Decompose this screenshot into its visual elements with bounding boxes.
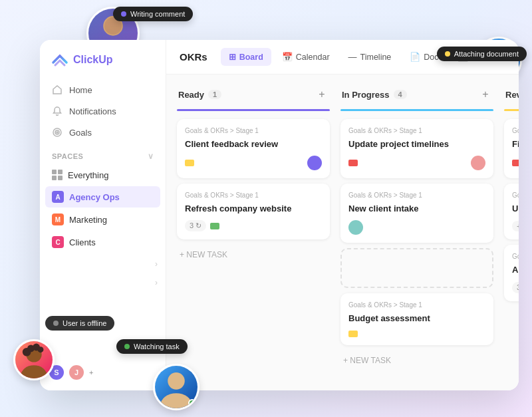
svg-point-14 [168,372,185,390]
tab-calendar[interactable]: 📅 Calendar [274,48,338,66]
column-inprogress-title-group: In Progress 4 [342,90,407,100]
everything-label: Everything [68,170,108,180]
home-icon [52,84,63,95]
board-tab-label: Board [239,53,263,62]
main-content: OKRs ⊞ Board 📅 Calendar — Timeline 📄 Doc [166,40,519,390]
badge-dot [121,11,126,17]
card-footer-2: 3 ↻ [185,220,322,231]
offline-label: User is offline [63,319,106,327]
sidebar: ClickUp Home Notifications [40,40,166,390]
clients-label: Clients [69,237,96,247]
card-title-7: Update crucial key objectives [512,203,519,215]
bell-icon [52,106,63,116]
expand-btn-2[interactable]: › [45,275,160,290]
action-chip-7: +4 ♥ [512,221,519,231]
column-inprogress-add[interactable]: + [479,88,492,101]
column-review: Review 1 ⊕ Goals & OKRs > Stage 1 Finali… [504,85,519,380]
expand-btn-1[interactable]: › [45,257,160,271]
card-budget[interactable]: Goals & OKRs > Stage 1 Budget assessment [340,293,493,345]
sidebar-item-marketing[interactable]: M Marketing [45,209,160,230]
agency-dot: A [52,191,64,203]
expand-icon[interactable]: ∨ [148,152,154,161]
column-review-title-group: Review 1 [505,90,519,100]
bottom-status-dot [188,399,196,407]
card-footer-3 [348,156,485,170]
card-title-2: Refresh company website [185,203,322,215]
doc-tab-icon: 📄 [410,52,420,62]
card-actions-2: 3 ↻ [185,220,219,231]
card-update-objectives[interactable]: Goals & OKRs > Stage 1 Update crucial ke… [504,184,519,239]
svg-point-9 [21,365,47,380]
card-breadcrumb-7: Goals & OKRs > Stage 1 [512,192,519,199]
clients-dot: C [52,236,64,248]
chevron-right-2: › [155,278,158,287]
card-refresh-website[interactable]: Goals & OKRs > Stage 1 Refresh company w… [177,184,330,239]
avatar-image-bottom-left [15,341,53,378]
new-task-inprogress-label: + NEW TASK [343,356,391,365]
agency-label: Agency Ops [69,192,120,202]
card-finalize-scope[interactable]: Goals & OKRs > Stage 1 Finalize project … [504,119,519,178]
column-review-header: Review 1 ⊕ [504,85,519,104]
spaces-list: Everything A Agency Ops M Marketing C Cl… [40,165,166,253]
card-footer-5 [348,331,485,337]
bottom-avatar-j[interactable]: J [68,364,85,381]
logo-text: ClickUp [73,54,113,66]
card-breadcrumb-8: Goals & OKRs > Stage 1 [512,253,519,260]
calendar-tab-label: Calendar [296,53,330,62]
card-title-8: Audit creative performance [512,264,519,276]
card-footer-6 [512,156,519,170]
board-tab-icon: ⊞ [229,52,236,62]
new-task-inprogress[interactable]: + NEW TASK [340,350,493,370]
column-review-title: Review [505,90,519,100]
card-update-timelines[interactable]: Goals & OKRs > Stage 1 Update project ti… [340,119,493,178]
card-audit-creative[interactable]: Goals & OKRs > Stage 1 Audit creative pe… [504,245,519,301]
card-new-client[interactable]: Goals & OKRs > Stage 1 New client intake [340,184,493,243]
card-actions-8: 3 ↻ [512,282,519,293]
svg-point-15 [160,393,192,410]
clickup-logo-icon [51,51,69,69]
card-footer-1 [185,156,322,170]
flag-red-6 [512,160,519,166]
column-inprogress-count: 4 [394,90,407,99]
column-ready-count: 1 [208,90,221,99]
card-title-1: Client feedback review [185,138,322,150]
tab-board[interactable]: ⊞ Board [221,48,271,66]
new-task-ready[interactable]: + NEW TASK [177,245,330,265]
card-avatar-4 [348,220,363,235]
action-chip-2: 3 ↻ [185,220,206,231]
card-breadcrumb-1: Goals & OKRs > Stage 1 [185,127,322,134]
sidebar-item-clients[interactable]: C Clients [45,231,160,253]
card-client-feedback[interactable]: Goals & OKRs > Stage 1 Client feedback r… [177,119,330,178]
everything-item[interactable]: Everything [45,165,160,185]
card-breadcrumb-6: Goals & OKRs > Stage 1 [512,127,519,134]
watching-dot [124,344,130,349]
kanban-board: Ready 1 + Goals & OKRs > Stage 1 Client … [166,74,519,390]
card-title-5: Budget assessment [348,313,485,325]
timeline-tab-label: Timeline [360,53,392,62]
grid-icon [52,170,63,180]
sidebar-item-agency[interactable]: A Agency Ops [45,186,160,208]
card-breadcrumb-2: Goals & OKRs > Stage 1 [185,192,322,199]
tab-timeline[interactable]: — Timeline [340,48,400,66]
offline-badge: User is offline [45,316,114,331]
spaces-section-label: Spaces ∨ [40,144,166,165]
float-avatar-bottom [153,364,200,410]
nav-goals[interactable]: Goals [45,122,160,142]
flag-green-2 [210,223,219,229]
nav-home[interactable]: Home [45,80,160,100]
writing-comment-text: Writing comment [130,10,185,18]
card-breadcrumb-5: Goals & OKRs > Stage 1 [348,301,485,309]
attaching-document-badge: Attaching document [437,47,527,61]
new-task-ready-label: + NEW TASK [180,250,227,259]
card-footer-7: +4 ♥ 5 ✎ [512,220,519,231]
watching-task-badge: Watching task [116,339,188,354]
column-inprogress: In Progress 4 + Goals & OKRs > Stage 1 U… [340,85,493,380]
chevron-right-1: › [155,259,158,269]
column-ready-add[interactable]: + [315,88,329,101]
card-title-4: New client intake [348,203,485,215]
card-placeholder [340,248,493,288]
flag-yellow-5 [348,331,358,337]
nav-notifications-label: Notifications [69,106,116,116]
nav-notifications[interactable]: Notifications [45,101,160,121]
attaching-dot [445,51,450,57]
